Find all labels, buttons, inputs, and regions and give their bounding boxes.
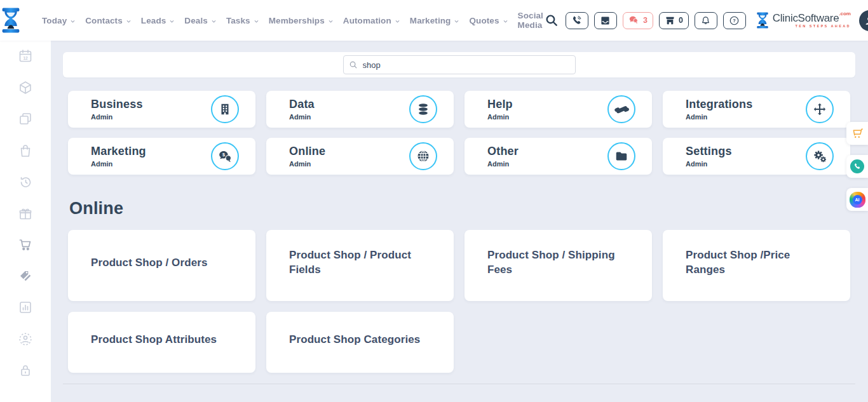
search-icon (545, 13, 559, 27)
package-icon (18, 80, 33, 95)
search-container (63, 52, 855, 77)
top-header: Today Contacts Leads Deals Tasks Members… (0, 0, 868, 41)
chevron-down-icon (454, 18, 459, 24)
category-card-business[interactable]: Business Admin (68, 91, 255, 128)
chat-count-badge: 3 (643, 16, 648, 25)
chevron-down-icon (503, 18, 508, 24)
sidebar-item-gift[interactable] (18, 206, 33, 221)
category-card-online[interactable]: Online Admin (266, 138, 454, 175)
inbox-icon (600, 15, 611, 26)
sidebar-item-account[interactable] (18, 332, 33, 347)
sidebar-item-pages[interactable] (18, 111, 33, 126)
nav-item-leads[interactable]: Leads (141, 16, 175, 25)
help-button[interactable]: ? (723, 12, 746, 29)
floating-whatsapp-button[interactable] (846, 155, 868, 178)
history-icon (18, 174, 33, 189)
search-input[interactable] (343, 55, 576, 74)
product-card-orders[interactable]: Product Shop / Orders (68, 230, 255, 301)
product-card-price-ranges[interactable]: Product Shop /Price Ranges (663, 230, 850, 301)
bell-icon (700, 15, 711, 26)
category-card-integrations[interactable]: Integrations Admin (663, 91, 850, 128)
floating-panel: AI (846, 122, 868, 211)
chevron-down-icon (169, 18, 175, 24)
chat-bubbles-icon (628, 15, 640, 26)
nav-item-deals[interactable]: Deals (184, 16, 217, 25)
store-count-badge: 0 (679, 16, 683, 25)
category-card-help[interactable]: Help Admin (465, 91, 652, 128)
pages-icon (18, 111, 33, 126)
gift-icon (18, 206, 33, 221)
chevron-down-icon (211, 18, 217, 24)
globe-icon (409, 142, 437, 170)
person-icon (863, 14, 868, 27)
sidebar-item-history[interactable] (18, 174, 33, 189)
handshake-icon (607, 95, 635, 123)
chevron-down-icon (126, 18, 132, 24)
chevron-down-icon (70, 18, 76, 24)
header-actions: 3 0 ? (543, 10, 868, 31)
product-card-categories[interactable]: Product Shop Categories (266, 312, 454, 373)
nav-item-tasks[interactable]: Tasks (226, 16, 259, 25)
product-grid: Product Shop / Orders Product Shop / Pro… (68, 230, 850, 373)
chevron-down-icon (254, 18, 259, 24)
brand-logo: ClinicSoftware .com TEN STEPS AHEAD (756, 11, 851, 29)
notifications-button[interactable] (695, 12, 717, 29)
category-card-data[interactable]: Data Admin (266, 91, 454, 128)
report-icon (18, 300, 33, 315)
phone-button[interactable] (566, 12, 588, 29)
lock-icon (18, 363, 33, 378)
user-avatar[interactable] (859, 10, 868, 31)
whatsapp-icon (850, 159, 864, 173)
sidebar-item-products[interactable] (18, 80, 33, 95)
bottom-divider (63, 384, 855, 384)
store-button[interactable]: 0 (659, 12, 689, 29)
move-arrows-icon (806, 95, 834, 123)
svg-text:?: ? (733, 18, 736, 23)
chevron-down-icon (328, 18, 334, 24)
section-title: Online (69, 199, 855, 218)
app-logo[interactable] (0, 7, 22, 34)
floating-cart-button[interactable] (846, 122, 868, 145)
product-card-shipping-fees[interactable]: Product Shop / Shipping Fees (465, 230, 652, 301)
cart-icon (18, 237, 33, 252)
category-card-marketing[interactable]: Marketing Admin $ (68, 138, 255, 175)
hourglass-logo-icon (0, 7, 22, 34)
nav-item-quotes[interactable]: Quotes (469, 16, 508, 25)
database-icon (409, 95, 437, 123)
sidebar-item-lock[interactable] (18, 363, 33, 378)
main-nav: Today Contacts Leads Deals Tasks Members… (42, 11, 543, 30)
svg-text:$: $ (222, 152, 224, 157)
chat-dollar-icon: $ (211, 142, 239, 170)
building-icon (211, 95, 239, 123)
brand-name: ClinicSoftware (773, 13, 839, 23)
nav-item-memberships[interactable]: Memberships (269, 16, 334, 25)
account-icon (18, 332, 33, 347)
sidebar-item-calendar[interactable]: 12 (18, 48, 33, 64)
chat-button[interactable]: 3 (623, 12, 653, 29)
sidebar-item-shopping-bag[interactable] (18, 143, 33, 158)
floating-ai-button[interactable]: AI (846, 188, 868, 211)
category-card-other[interactable]: Other Admin (465, 138, 652, 175)
product-card-attributes[interactable]: Product Shop Attributes (68, 312, 255, 373)
sidebar-item-cart[interactable] (18, 237, 33, 252)
brand-tagline: TEN STEPS AHEAD (796, 25, 851, 29)
inbox-button[interactable] (594, 12, 617, 29)
chevron-down-icon (395, 18, 400, 24)
category-card-settings[interactable]: Settings Admin (663, 138, 850, 175)
brand-hourglass-icon (756, 11, 770, 29)
nav-item-automation[interactable]: Automation (343, 16, 400, 25)
cart-orange-icon (851, 127, 864, 140)
sidebar-item-reports[interactable] (18, 300, 33, 315)
nav-item-today[interactable]: Today (42, 16, 76, 25)
nav-item-marketing[interactable]: Marketing (410, 16, 460, 25)
svg-text:12: 12 (23, 56, 28, 60)
brand-tld: .com (839, 11, 851, 17)
search-button[interactable] (543, 12, 560, 29)
help-icon: ? (729, 15, 740, 26)
sidebar-item-tags[interactable] (18, 269, 33, 284)
nav-item-contacts[interactable]: Contacts (85, 16, 132, 25)
phone-icon (571, 15, 582, 26)
nav-item-social-media[interactable]: Social Media (518, 11, 543, 30)
folder-icon (607, 142, 635, 170)
product-card-product-fields[interactable]: Product Shop / Product Fields (266, 230, 454, 301)
